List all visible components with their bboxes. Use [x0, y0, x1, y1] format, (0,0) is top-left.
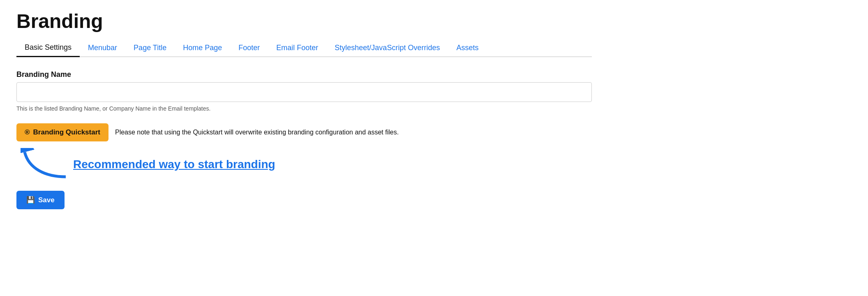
- tab-page-title[interactable]: Page Title: [125, 39, 175, 56]
- tab-basic-settings[interactable]: Basic Settings: [16, 39, 80, 57]
- tab-bar: Basic Settings Menubar Page Title Home P…: [16, 39, 592, 57]
- recommendation-text: Recommended way to start branding: [73, 158, 275, 171]
- branding-name-input[interactable]: [16, 82, 592, 102]
- quickstart-button-label: Branding Quickstart: [33, 128, 100, 136]
- quickstart-note: Please note that using the Quickstart wi…: [115, 129, 399, 136]
- quickstart-row: ® Branding Quickstart Please note that u…: [16, 123, 592, 141]
- tab-email-footer[interactable]: Email Footer: [268, 39, 326, 56]
- recommendation-arrow: [21, 148, 70, 181]
- recommendation-row: Recommended way to start branding: [21, 148, 592, 181]
- save-icon: 💾: [26, 196, 35, 204]
- tab-home-page[interactable]: Home Page: [175, 39, 230, 56]
- tab-assets[interactable]: Assets: [448, 39, 487, 56]
- branding-name-section: Branding Name This is the listed Brandin…: [16, 70, 592, 112]
- save-button-label: Save: [38, 196, 55, 204]
- tab-menubar[interactable]: Menubar: [80, 39, 125, 56]
- registered-icon: ®: [25, 128, 30, 136]
- branding-name-label: Branding Name: [16, 70, 592, 79]
- page-title: Branding: [16, 10, 592, 32]
- tab-footer[interactable]: Footer: [230, 39, 268, 56]
- branding-name-help: This is the listed Branding Name, or Com…: [16, 105, 592, 112]
- branding-quickstart-button[interactable]: ® Branding Quickstart: [16, 123, 108, 141]
- tab-stylesheet-overrides[interactable]: Stylesheet/JavaScript Overrides: [326, 39, 448, 56]
- save-button[interactable]: 💾 Save: [16, 191, 65, 209]
